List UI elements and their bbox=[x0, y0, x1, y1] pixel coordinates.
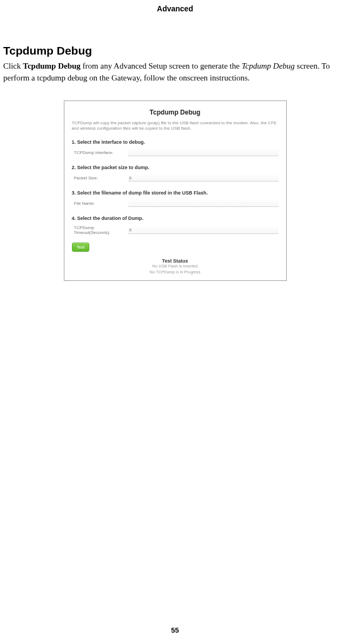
filename-label: File Name: bbox=[74, 201, 128, 206]
content-area: Tcpdump Debug Click Tcpdump Debug from a… bbox=[0, 44, 350, 281]
screenshot-frame: Tcpdump Debug TCPDump will copy the pack… bbox=[64, 100, 287, 281]
page-header: Advanced bbox=[0, 0, 350, 13]
page-number: 55 bbox=[0, 626, 350, 634]
step-4-label: 4. Select the duration of Dump. bbox=[72, 216, 281, 221]
screenshot-title: Tcpdump Debug bbox=[70, 109, 281, 116]
test-button[interactable]: Test bbox=[72, 243, 90, 252]
timeout-row: TCPDump Timeout(Seconds): bbox=[70, 224, 281, 238]
packet-input[interactable] bbox=[128, 175, 279, 182]
step-1-label: 1. Select the interface to debug. bbox=[72, 139, 281, 145]
status-line-2: No TCPDump is in Progress bbox=[70, 270, 281, 276]
para-prefix: Click bbox=[3, 62, 23, 70]
packet-label: Packet Size: bbox=[74, 176, 128, 180]
para-mid: from any Advanced Setup screen to genera… bbox=[81, 62, 242, 70]
section-paragraph: Click Tcpdump Debug from any Advanced Se… bbox=[3, 61, 347, 84]
step-3-label: 3. Select the filename of dump file stor… bbox=[72, 190, 281, 196]
para-bold: Tcpdump Debug bbox=[23, 62, 81, 70]
interface-input[interactable] bbox=[128, 149, 279, 156]
timeout-label: TCPDump Timeout(Seconds): bbox=[74, 225, 128, 235]
filename-row: File Name: bbox=[70, 199, 281, 210]
section-title: Tcpdump Debug bbox=[3, 44, 347, 57]
status-line-1: No USB Flash is inserted bbox=[70, 264, 281, 270]
timeout-input[interactable] bbox=[128, 227, 279, 234]
interface-label: TCPDump Interface: bbox=[74, 150, 128, 155]
status-title: Test Status bbox=[70, 258, 281, 264]
interface-row: TCPDump Interface: bbox=[70, 148, 281, 159]
step-2-label: 2. Select the packet size to dump. bbox=[72, 165, 281, 170]
screenshot-description: TCPDump will copy the packet capture (pc… bbox=[70, 120, 281, 132]
filename-input[interactable] bbox=[128, 200, 279, 207]
packet-row: Packet Size: bbox=[70, 173, 281, 185]
para-italic: Tcpdump Debug bbox=[242, 62, 295, 70]
